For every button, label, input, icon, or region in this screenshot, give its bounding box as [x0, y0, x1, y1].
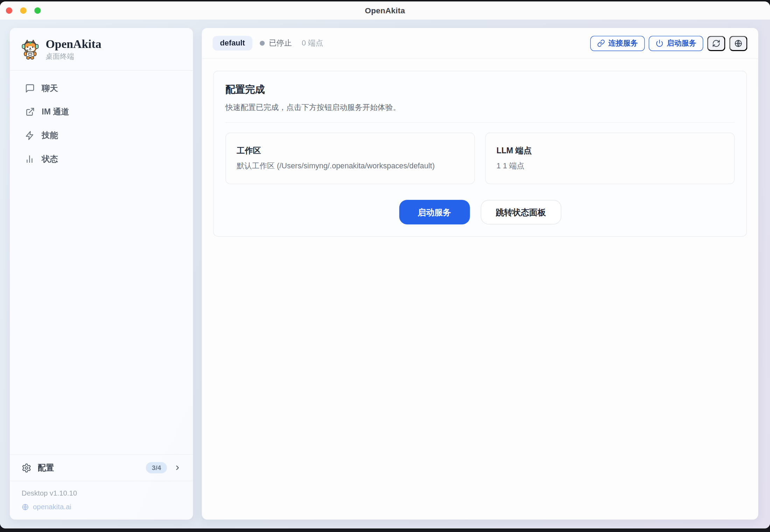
sidebar-footer: Desktop v1.10.10 openakita.ai	[10, 481, 193, 520]
website-link-label: openakita.ai	[33, 503, 71, 511]
start-service-button[interactable]: 启动服务	[399, 200, 470, 224]
goto-status-panel-button[interactable]: 跳转状态面板	[481, 200, 561, 224]
web-panel-button[interactable]	[729, 36, 748, 51]
start-service-header-button[interactable]: 启动服务	[649, 36, 703, 51]
main-panel: default 已停止 0 端点 连接服务 启动服务	[202, 28, 758, 519]
main-header: default 已停止 0 端点 连接服务 启动服务	[202, 28, 758, 59]
setup-complete-card: 配置完成 快速配置已完成，点击下方按钮启动服务开始体验。 工作区 默认工作区 (…	[213, 71, 747, 237]
workspace-subcard-title: 工作区	[237, 145, 463, 156]
sidebar-item-im-channels[interactable]: IM 通道	[19, 100, 184, 124]
config-label: 配置	[38, 462, 54, 473]
sidebar-item-status[interactable]: 状态	[19, 147, 184, 171]
app-window: OpenAkita	[0, 1, 770, 528]
sidebar-item-label: IM 通道	[42, 107, 69, 118]
globe-icon	[734, 39, 743, 48]
macos-titlebar: OpenAkita	[0, 1, 770, 20]
service-status: 已停止	[260, 38, 292, 48]
main-body: 配置完成 快速配置已完成，点击下方按钮启动服务开始体验。 工作区 默认工作区 (…	[202, 59, 758, 248]
sidebar-item-chat[interactable]: 聊天	[19, 77, 184, 100]
website-link[interactable]: openakita.ai	[22, 503, 181, 511]
refresh-icon	[712, 39, 720, 48]
app-subtitle: 桌面终端	[46, 52, 101, 62]
sidebar: OpenAkita 桌面终端 聊天 IM 通道 技能	[10, 28, 193, 519]
power-icon	[656, 39, 663, 47]
llm-subcard-value: 1 1 端点	[496, 161, 723, 171]
card-actions: 启动服务 跳转状态面板	[225, 200, 735, 224]
status-dot-icon	[260, 41, 265, 46]
workspace-subcard: 工作区 默认工作区 (/Users/simyng/.openakita/work…	[225, 133, 475, 184]
minimize-window-button[interactable]	[20, 7, 27, 14]
sidebar-nav: 聊天 IM 通道 技能 状态	[10, 71, 193, 171]
app-content: OpenAkita 桌面终端 聊天 IM 通道 技能	[0, 20, 770, 528]
zoom-window-button[interactable]	[34, 7, 41, 14]
openakita-dog-logo-icon	[22, 40, 39, 60]
connect-service-button[interactable]: 连接服务	[590, 36, 645, 51]
start-service-header-label: 启动服务	[667, 38, 696, 48]
sidebar-item-label: 技能	[42, 130, 58, 141]
sidebar-item-label: 聊天	[42, 83, 58, 94]
sidebar-item-skills[interactable]: 技能	[19, 124, 184, 147]
traffic-lights	[6, 1, 41, 20]
llm-endpoints-subcard: LLM 端点 1 1 端点	[485, 133, 735, 184]
card-description: 快速配置已完成，点击下方按钮启动服务开始体验。	[225, 103, 735, 113]
status-text: 已停止	[269, 38, 292, 48]
config-progress-group: 3/4	[146, 462, 181, 473]
gear-icon	[22, 463, 31, 472]
config-progress-badge: 3/4	[146, 462, 167, 473]
sidebar-spacer	[10, 171, 193, 454]
bar-chart-icon	[25, 154, 35, 164]
external-link-icon	[25, 107, 35, 117]
sidebar-item-label: 状态	[42, 154, 58, 165]
window-title: OpenAkita	[0, 6, 770, 15]
chat-bubble-icon	[25, 84, 35, 93]
globe-icon	[22, 503, 29, 510]
close-window-button[interactable]	[6, 7, 12, 14]
card-title: 配置完成	[225, 83, 735, 96]
app-name: OpenAkita	[46, 38, 101, 51]
link-icon	[597, 39, 605, 47]
lightning-icon	[25, 131, 35, 141]
screenshot-stage: OpenAkita	[0, 0, 770, 532]
app-identity: OpenAkita 桌面终端	[46, 38, 101, 62]
card-divider	[225, 122, 735, 122]
llm-subcard-title: LLM 端点	[496, 145, 723, 156]
app-version: Desktop v1.10.10	[22, 489, 181, 497]
refresh-button[interactable]	[707, 36, 725, 51]
chevron-right-icon	[174, 464, 181, 471]
connect-service-label: 连接服务	[608, 38, 638, 48]
sidebar-item-config[interactable]: 配置 3/4	[10, 454, 193, 481]
sidebar-header: OpenAkita 桌面终端	[10, 28, 193, 71]
summary-subcards: 工作区 默认工作区 (/Users/simyng/.openakita/work…	[225, 133, 735, 184]
endpoints-count: 0 端点	[302, 38, 323, 48]
workspace-subcard-value: 默认工作区 (/Users/simyng/.openakita/workspac…	[237, 161, 463, 171]
header-actions: 连接服务 启动服务	[590, 36, 747, 51]
workspace-badge: default	[213, 36, 252, 50]
